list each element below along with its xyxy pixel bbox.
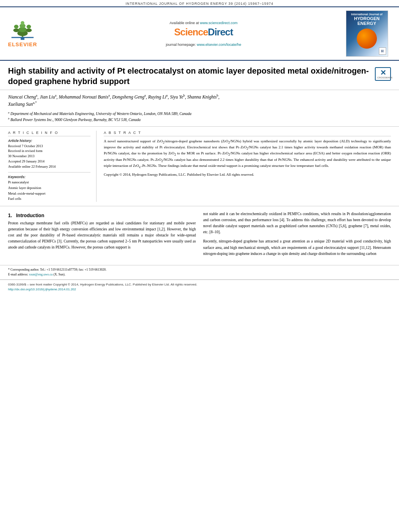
revised-date: 30 November 2013 (8, 154, 90, 159)
body-left-column: 1. Introduction Proton exchange membrane… (8, 211, 196, 257)
sciencedirect-logo: ScienceDirect (174, 27, 233, 38)
footer-doi: http://dx.doi.org/10.1016/j.ijhydene.201… (8, 287, 391, 292)
svg-point-7 (14, 25, 19, 28)
body-two-columns: 1. Introduction Proton exchange membrane… (8, 211, 391, 257)
affiliation-b: b Ballard Power Systems Inc., 9000 Glenl… (8, 117, 391, 123)
authors-list: Niancai Chenga, Jian Liua, Mohammad Noro… (8, 93, 391, 108)
available-online-text: Available online at www.sciencedirect.co… (170, 21, 238, 25)
cover-hydrogen-text: HYDROGENENERGY (354, 16, 380, 26)
email-note: E-mail address: xsun@eng.uwo.ca (X. Sun)… (8, 272, 391, 277)
body-right-column: not stable and it can be electrochemical… (203, 211, 391, 257)
article-info-column: A R T I C L E I N F O Article history: R… (8, 131, 97, 202)
sciencedirect-info: Available online at www.sciencedirect.co… (68, 10, 339, 57)
journal-homepage-text: journal homepage: www.elsevier.com/locat… (166, 43, 241, 47)
main-body: 1. Introduction Proton exchange membrane… (0, 206, 399, 261)
svg-point-9 (27, 25, 31, 28)
abstract-column: A B S T R A C T A novel nanostructured s… (104, 131, 391, 202)
doi-link[interactable]: http://dx.doi.org/10.1016/j.ijhydene.201… (8, 288, 76, 291)
section-number: 1. (8, 213, 12, 218)
affiliation-a: a Department of Mechanical and Materials… (8, 111, 391, 117)
svg-point-8 (26, 28, 32, 32)
intro-right-text-p1: not stable and it can be electrochemical… (203, 211, 391, 236)
keywords-list: Pt nanocatalyst Atomic layer deposition … (8, 180, 90, 201)
keyword-4: Fuel cells (8, 196, 90, 202)
section-title: Introduction (16, 213, 44, 218)
accepted-date: Accepted 29 January 2014 (8, 159, 90, 164)
article-title: High stability and activity of Pt electr… (8, 66, 371, 86)
article-history-heading: Article history: (8, 139, 90, 143)
article-title-section: High stability and activity of Pt electr… (0, 61, 399, 90)
publisher-logo-area: ELSEVIER (8, 10, 64, 57)
crossmark-label: CrossMark (377, 76, 389, 79)
abstract-text: A novel nanostructured support of ZrO2/n… (104, 139, 391, 170)
keywords-heading: Keywords: (8, 175, 90, 179)
crossmark-badge[interactable]: ✕ CrossMark (375, 67, 391, 81)
cover-title-text: International Journal of (351, 13, 383, 16)
journal-banner: INTERNATIONAL JOURNAL OF HYDROGEN ENERGY… (0, 0, 399, 7)
abstract-copyright: Copyright © 2014, Hydrogen Energy Public… (104, 172, 391, 178)
authors-section: Niancai Chenga, Jian Liua, Mohammad Noro… (0, 90, 399, 127)
journal-header: ELSEVIER Available online at www.science… (0, 7, 399, 61)
corresponding-author-note: * Corresponding author. Tel.: +1 519 661… (8, 267, 391, 272)
journal-cover-image: International Journal of HYDROGENENERGY … (346, 10, 388, 57)
email-link[interactable]: xsun@eng.uwo.ca (29, 273, 53, 276)
elsevier-logo: ELSEVIER (8, 18, 37, 47)
revised-label: Received in revised form (8, 148, 90, 154)
keyword-3: Metal–oxide-metal-support (8, 191, 90, 197)
cover-sphere-icon (357, 29, 377, 49)
sd-url: www.sciencedirect.com (200, 21, 238, 25)
footer-copyright-text: 0360-3199/$ – see front matter Copyright… (8, 282, 391, 287)
keyword-2: Atomic layer deposition (8, 185, 90, 191)
available-online-date: Available online 22 February 2014 (8, 164, 90, 169)
page-footer: 0360-3199/$ – see front matter Copyright… (0, 279, 399, 294)
intro-left-text: Proton exchange membrane fuel cells (PEM… (8, 220, 196, 251)
svg-point-6 (13, 28, 19, 32)
abstract-heading: A B S T R A C T (104, 131, 391, 136)
article-info-heading: A R T I C L E I N F O (8, 131, 90, 136)
journal-url: www.elsevier.com/locate/he (197, 43, 241, 47)
received-date: Received 7 October 2013 (8, 144, 90, 149)
introduction-heading: 1. Introduction (8, 213, 196, 218)
elsevier-tree-icon (8, 18, 37, 41)
article-info-abstract-section: A R T I C L E I N F O Article history: R… (0, 127, 399, 206)
svg-point-5 (21, 21, 25, 25)
journal-name-text: INTERNATIONAL JOURNAL OF HYDROGEN ENERGY… (125, 2, 274, 6)
intro-right-text-p2: Recently, nitrogen-doped graphene has at… (203, 238, 391, 257)
svg-rect-10 (12, 37, 34, 38)
keyword-1: Pt nanocatalyst (8, 180, 90, 185)
affiliations-list: a Department of Mechanical and Materials… (8, 111, 391, 123)
journal-cover-area: International Journal of HYDROGENENERGY … (343, 10, 391, 57)
elsevier-text: ELSEVIER (8, 41, 37, 47)
footnotes-section: * Corresponding author. Tel.: +1 519 661… (0, 265, 399, 277)
